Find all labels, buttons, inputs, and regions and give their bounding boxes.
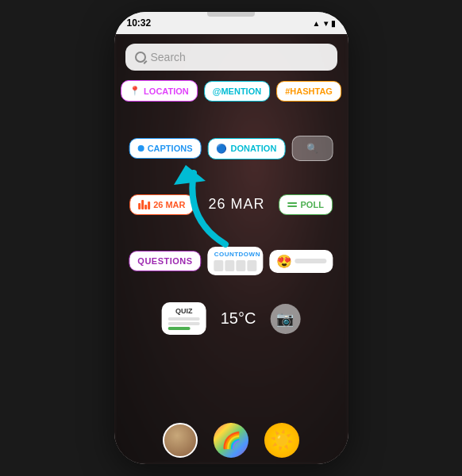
captions-dot-icon — [138, 145, 144, 152]
countdown-block-1 — [214, 260, 224, 271]
search-sticker[interactable]: 🔍 — [291, 136, 333, 161]
captions-label: CAPTIONS — [148, 144, 193, 153]
sun-glyph: ☀️ — [270, 429, 294, 451]
music-bars-icon — [138, 200, 150, 209]
sun-icon[interactable]: ☀️ — [264, 423, 299, 458]
countdown-block-4 — [248, 260, 257, 271]
poll-lines-icon — [288, 202, 298, 207]
location-sticker[interactable]: 📍 LOCATION — [121, 80, 198, 102]
quiz-line-3 — [168, 327, 191, 330]
mention-label: @MENTION — [213, 86, 261, 96]
countdown-label: COUNTDOWN — [214, 251, 257, 258]
camera-icon: 📷 — [276, 310, 294, 328]
screen-content: Search 📍 LOCATION @MENTION #HASHTAG CAPT… — [114, 34, 348, 464]
sticker-row-1: 📍 LOCATION @MENTION #HASHTAG — [121, 80, 341, 102]
questions-label: QUESTIONS — [137, 256, 192, 266]
sticker-row-3: 26 MAR 26 MAR POLL — [129, 191, 333, 217]
donation-icon: 🔵 — [216, 144, 227, 154]
mention-sticker[interactable]: @MENTION — [204, 81, 270, 102]
emoji-bar-line — [295, 259, 327, 263]
captions-sticker[interactable]: CAPTIONS — [129, 138, 202, 159]
location-label: LOCATION — [144, 86, 189, 96]
boomerang-icon: 🌈 — [221, 431, 241, 450]
date-label: 26 MAR — [208, 196, 264, 213]
signal-icon: ▲ — [313, 19, 321, 28]
battery-icon: ▮ — [331, 19, 336, 28]
countdown-sticker[interactable]: COUNTDOWN — [208, 247, 264, 275]
quiz-lines — [168, 317, 200, 330]
search-icon — [135, 52, 146, 63]
rainbow-icon[interactable]: 🌈 — [214, 423, 248, 458]
avatar-thumbnail[interactable] — [163, 423, 198, 458]
temperature-label: 15°C — [221, 309, 256, 328]
phone-notch — [207, 12, 255, 17]
hashtag-sticker[interactable]: #HASHTAG — [276, 81, 341, 102]
sticker-row-2: CAPTIONS 🔵 DONATION 🔍 — [129, 136, 333, 161]
quiz-sticker[interactable]: QUIZ — [162, 302, 206, 335]
quiz-line-1 — [168, 317, 200, 321]
wifi-icon: ▾ — [324, 19, 328, 28]
donation-sticker[interactable]: 🔵 DONATION — [207, 138, 285, 159]
music-sticker[interactable]: 26 MAR — [129, 194, 194, 215]
countdown-blocks — [214, 260, 257, 271]
bottom-row: 🌈 ☀️ — [114, 423, 348, 458]
camera-button[interactable]: 📷 — [270, 304, 300, 334]
donation-label: DONATION — [230, 144, 276, 153]
status-time: 10:32 — [127, 17, 152, 29]
quiz-line-2 — [168, 322, 200, 325]
search-small-icon: 🔍 — [306, 143, 318, 154]
countdown-block-3 — [237, 260, 246, 271]
music-label: 26 MAR — [153, 200, 185, 209]
temperature-sticker[interactable]: 15°C — [213, 305, 264, 332]
questions-sticker[interactable]: QUESTIONS — [129, 251, 201, 271]
phone-frame: 10:32 ▲ ▾ ▮ Search 📍 LOCATION @MENTION #… — [114, 12, 348, 464]
status-icons: ▲ ▾ ▮ — [313, 19, 336, 28]
countdown-block-2 — [225, 260, 235, 271]
quiz-label: QUIZ — [168, 307, 200, 315]
search-placeholder: Search — [151, 51, 186, 63]
emoji-slider-sticker[interactable]: 😍 — [270, 250, 333, 273]
emoji-face-icon: 😍 — [276, 254, 292, 269]
poll-label: POLL — [301, 200, 324, 209]
sticker-row-5: QUIZ 15°C 📷 — [162, 302, 301, 335]
search-bar[interactable]: Search — [125, 44, 337, 71]
poll-sticker[interactable]: POLL — [279, 194, 333, 215]
sticker-row-4: QUESTIONS COUNTDOWN 😍 — [129, 247, 333, 275]
hashtag-label: #HASHTAG — [285, 86, 333, 96]
location-pin-icon: 📍 — [129, 86, 141, 96]
date-sticker[interactable]: 26 MAR — [200, 191, 272, 217]
